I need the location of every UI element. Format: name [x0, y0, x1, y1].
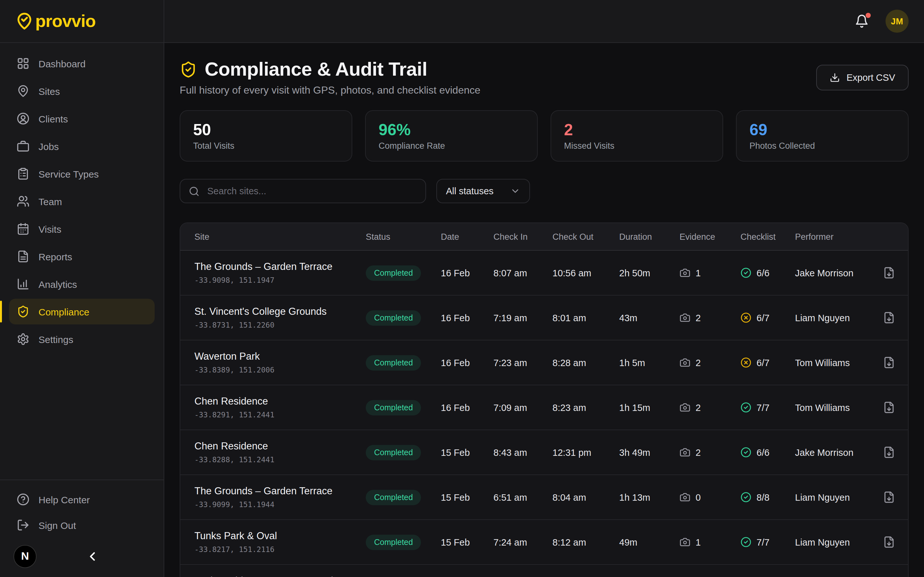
sidebar-item-dashboard[interactable]: Dashboard: [9, 51, 155, 76]
site-name: Harbourside Apartments Complex: [194, 574, 366, 577]
app-window: provvio Dashboard Sites Clients Jobs Ser…: [0, 0, 924, 577]
sidebar-item-settings[interactable]: Settings: [9, 326, 155, 352]
download-report-button[interactable]: [883, 311, 895, 324]
stat-card-missed-visits: 2 Missed Visits: [551, 110, 723, 161]
brand-logo[interactable]: provvio: [0, 0, 164, 43]
duration-cell: 1h 5m: [619, 358, 680, 367]
checklist-cell: 6/6: [740, 268, 795, 278]
status-badge: Completed: [366, 534, 421, 550]
site-name: Chen Residence: [194, 440, 366, 453]
check-in-cell: 7:09 am: [493, 402, 552, 413]
user-avatar[interactable]: JM: [885, 10, 909, 33]
checklist-count: 7/7: [756, 402, 769, 413]
sidebar: provvio Dashboard Sites Clients Jobs Ser…: [0, 0, 164, 577]
export-csv-button[interactable]: Export CSV: [817, 64, 909, 90]
checklist-cell: 6/7: [740, 312, 795, 323]
duration-cell: 3h 49m: [619, 447, 680, 458]
camera-icon: [680, 447, 690, 458]
sidebar-footer-items: Help Center Sign Out: [9, 487, 155, 538]
grid-icon: [17, 57, 29, 70]
search-box: [180, 179, 426, 203]
table-row: St. Vincent's College Grounds -33.8731, …: [180, 295, 908, 340]
sidebar-item-help-center[interactable]: Help Center: [9, 487, 155, 512]
site-cell: Waverton Park -33.8389, 151.2006: [194, 350, 366, 375]
download-report-button[interactable]: [883, 536, 895, 548]
site-coordinates: -33.8389, 151.2006: [194, 366, 366, 375]
checklist-count: 8/8: [756, 492, 769, 502]
table-row: The Grounds – Garden Terrace -33.9098, 1…: [180, 251, 908, 295]
evidence-cell: 2: [680, 447, 740, 458]
table-row: Harbourside Apartments Complex Completed: [180, 565, 908, 577]
sidebar-item-jobs[interactable]: Jobs: [9, 133, 155, 159]
status-filter-select[interactable]: All statuses: [436, 179, 530, 203]
topbar: JM: [164, 0, 924, 43]
checklist-cell: 7/7: [740, 537, 795, 548]
performer-name: Liam Nguyen: [795, 313, 871, 323]
date-cell: 16 Feb: [441, 358, 493, 367]
camera-icon: [680, 312, 690, 323]
briefcase-icon: [17, 140, 29, 153]
sidebar-item-analytics[interactable]: Analytics: [9, 271, 155, 297]
site-cell: The Grounds – Garden Terrace -33.9099, 1…: [194, 485, 366, 510]
date-cell: 15 Feb: [441, 447, 493, 458]
table-row: Chen Residence -33.8291, 151.2441 Comple…: [180, 385, 908, 430]
site-coordinates: -33.8217, 151.2116: [194, 545, 366, 554]
site-coordinates: -33.9099, 151.1944: [194, 500, 366, 510]
unread-notification-dot: [866, 13, 871, 18]
site-cell: Chen Residence -33.8291, 151.2441: [194, 395, 366, 420]
site-name: The Grounds – Garden Terrace: [194, 485, 366, 498]
status-badge: Completed: [366, 490, 421, 505]
table-row: Waverton Park -33.8389, 151.2006 Complet…: [180, 340, 908, 385]
notifications-button[interactable]: [855, 14, 869, 28]
download-report-button[interactable]: [883, 491, 895, 503]
page-subtitle: Full history of every visit with GPS, ph…: [180, 85, 480, 96]
evidence-count: 0: [696, 492, 701, 502]
nextjs-dev-badge[interactable]: N: [13, 545, 37, 568]
status-cell: Completed: [366, 534, 441, 550]
checklist-count: 6/7: [756, 313, 769, 323]
site-coordinates: -33.8291, 151.2441: [194, 410, 366, 420]
sidebar-bottom-row: N: [9, 545, 155, 568]
evidence-count: 1: [696, 537, 701, 547]
checklist-cell: 6/7: [740, 357, 795, 368]
stat-label: Photos Collected: [750, 141, 895, 150]
date-cell: 15 Feb: [441, 537, 493, 547]
status-cell: Completed: [366, 490, 441, 505]
check-out-cell: 10:56 am: [552, 268, 619, 278]
search-input[interactable]: [206, 185, 417, 197]
duration-cell: 2h 50m: [619, 268, 680, 278]
check-out-cell: 8:01 am: [552, 313, 619, 323]
stat-value: 69: [750, 121, 895, 137]
column-header-checklist: Checklist: [740, 232, 795, 242]
sidebar-item-clients[interactable]: Clients: [9, 106, 155, 131]
sidebar-item-compliance[interactable]: Compliance: [9, 299, 155, 324]
sidebar-item-service-types[interactable]: Service Types: [9, 161, 155, 187]
sidebar-item-sign-out[interactable]: Sign Out: [9, 512, 155, 538]
check-in-cell: 8:43 am: [493, 447, 552, 458]
sidebar-item-team[interactable]: Team: [9, 189, 155, 214]
page-title: Compliance & Audit Trail: [180, 58, 480, 80]
download-report-button[interactable]: [883, 356, 895, 369]
log-out-icon: [17, 519, 29, 532]
column-header-evidence: Evidence: [680, 232, 740, 242]
stat-card-total-visits: 50 Total Visits: [180, 110, 352, 161]
sidebar-item-reports[interactable]: Reports: [9, 243, 155, 269]
bar-chart-icon: [17, 277, 29, 290]
sidebar-footer: Help Center Sign Out N: [0, 480, 164, 577]
evidence-cell: 1: [680, 537, 740, 548]
download-report-button[interactable]: [883, 401, 895, 414]
stat-label: Compliance Rate: [379, 141, 524, 150]
column-header-duration: Duration: [619, 232, 680, 242]
download-report-button[interactable]: [883, 267, 895, 279]
sidebar-collapse-button[interactable]: [86, 550, 99, 564]
sidebar-item-sites[interactable]: Sites: [9, 78, 155, 104]
table-body: The Grounds – Garden Terrace -33.9098, 1…: [180, 251, 908, 577]
performer-name: Liam Nguyen: [795, 492, 871, 502]
evidence-cell: 2: [680, 357, 740, 368]
visits-table: SiteStatusDateCheck InCheck OutDurationE…: [180, 222, 909, 577]
table-row: The Grounds – Garden Terrace -33.9099, 1…: [180, 475, 908, 520]
evidence-cell: 2: [680, 312, 740, 323]
stat-value: 2: [564, 121, 710, 137]
download-report-button[interactable]: [883, 446, 895, 458]
sidebar-item-visits[interactable]: Visits: [9, 216, 155, 242]
